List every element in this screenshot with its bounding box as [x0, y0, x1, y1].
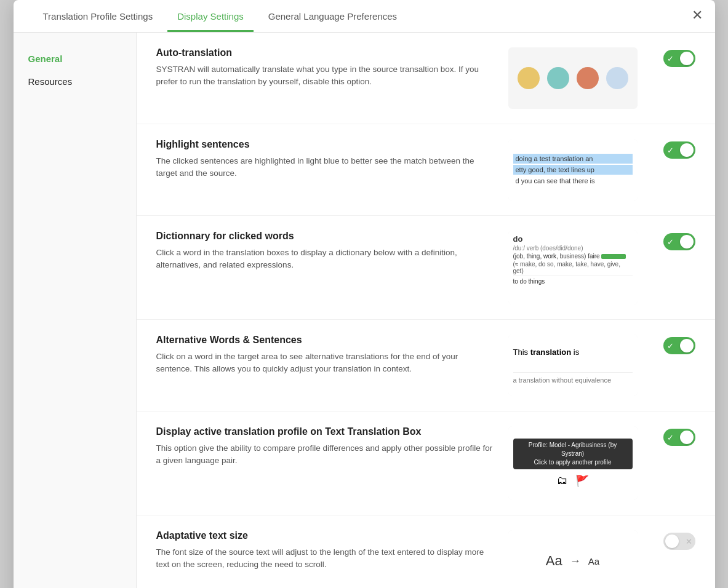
close-button[interactable]: ✕: [692, 9, 703, 22]
preview-highlight-line2: etty good, the text lines up: [513, 165, 633, 175]
dot-2: [547, 67, 569, 89]
setting-text-auto-translation: Auto-translation SYSTRAN will automatica…: [156, 47, 494, 89]
preview-highlight: doing a test translation an etty good, t…: [508, 139, 638, 201]
preview-highlight-content: doing a test translation an etty good, t…: [508, 139, 638, 201]
toggle-col-adaptive: ✕: [652, 530, 695, 550]
setting-title-alternative: Alternative Words & Sentences: [156, 335, 494, 346]
toggle-track-highlight: ✓: [663, 141, 695, 159]
toggle-check-icon-highlight: ✓: [667, 146, 674, 154]
modal-header: Translation Profile Settings Display Set…: [14, 0, 715, 33]
dict-synonyms: (≈ make, do so, make, take, have, give, …: [513, 261, 633, 274]
toggle-check-icon-alternative: ✓: [667, 342, 674, 350]
setting-adaptive-text: Adaptative text size The font size of th…: [137, 515, 715, 588]
settings-modal: Translation Profile Settings Display Set…: [14, 0, 715, 588]
preview-adaptive: Aa → Aa: [508, 530, 638, 588]
preview-adaptive-content: Aa → Aa: [508, 553, 638, 569]
preview-auto-translation: [508, 47, 638, 109]
toggle-track-alternative: ✓: [663, 337, 695, 354]
preview-profile-content: Profile: Model - Agribusiness (by Systra…: [508, 426, 638, 500]
dict-phrase: to do things: [513, 276, 633, 285]
setting-title-dictionary: Dictionnary for clicked words: [156, 231, 494, 242]
preview-profile-tooltip: Profile: Model - Agribusiness (by Systra…: [513, 439, 633, 469]
toggle-col-alternative: ✓: [652, 335, 695, 354]
setting-desc-adaptive: The font size of the source text will ad…: [156, 546, 494, 571]
flag-icon: 🚩: [575, 474, 589, 488]
preview-dots: [518, 67, 628, 89]
toggle-thumb-adaptive: [665, 534, 679, 548]
preview-alt-content: This translation is a translation withou…: [508, 335, 638, 396]
tab-translation-profile[interactable]: Translation Profile Settings: [33, 0, 163, 32]
toggle-thumb-profile: [680, 431, 694, 444]
setting-desc-alternative: Click on a word in the target area to se…: [156, 351, 494, 376]
tab-display-settings[interactable]: Display Settings: [167, 0, 254, 32]
toggle-track-auto-translation: ✓: [663, 50, 695, 67]
toggle-track-dictionary: ✓: [663, 233, 695, 250]
toggle-auto-translation[interactable]: ✓: [663, 50, 695, 67]
toggle-check-icon: ✓: [667, 55, 674, 63]
setting-desc-auto-translation: SYSTRAN will automatically translate wha…: [156, 63, 494, 89]
toggle-track-adaptive: ✕: [663, 533, 695, 550]
toggle-alternative[interactable]: ✓: [663, 337, 695, 354]
setting-text-profile: Display active translation profile on Te…: [156, 426, 494, 467]
setting-desc-dictionary: Click a word in the translation boxes to…: [156, 247, 494, 272]
preview-highlight-line1: doing a test translation an: [513, 154, 633, 164]
setting-desc-profile: This option give the ability to compare …: [156, 442, 494, 467]
toggle-thumb: [680, 52, 694, 65]
toggle-check-icon-dictionary: ✓: [667, 238, 674, 246]
preview-highlight-line3: d you can see that there is: [513, 176, 633, 186]
toggle-profile[interactable]: ✓: [663, 429, 695, 446]
setting-highlight-sentences: Highlight sentences The clicked sentence…: [137, 124, 715, 216]
preview-alt-bottom: a translation without equivalence: [513, 372, 633, 384]
toggle-thumb-dictionary: [680, 235, 694, 248]
setting-title-profile: Display active translation profile on Te…: [156, 426, 494, 437]
toggle-col-dictionary: ✓: [652, 231, 695, 250]
toggle-x-icon: ✕: [686, 537, 692, 546]
preview-alt-top: This translation is: [513, 348, 633, 357]
preview-alternative: This translation is a translation withou…: [508, 335, 638, 396]
settings-content: Auto-translation SYSTRAN will automatica…: [137, 33, 715, 588]
dict-bar: [601, 254, 626, 259]
setting-text-highlight: Highlight sentences The clicked sentence…: [156, 139, 494, 180]
preview-profile-icons: 🗂 🚩: [557, 474, 589, 488]
dict-examples: (job, thing, work, business) faire: [513, 253, 633, 260]
preview-adaptive-wrap: Aa → Aa: [508, 530, 638, 588]
setting-auto-translation: Auto-translation SYSTRAN will automatica…: [137, 33, 715, 124]
setting-title-auto-translation: Auto-translation: [156, 47, 494, 58]
toggle-col-highlight: ✓: [652, 139, 695, 159]
sidebar: General Resources: [14, 33, 137, 588]
toggle-col-auto-translation: ✓: [652, 47, 695, 67]
preview-profile: Profile: Model - Agribusiness (by Systra…: [508, 426, 638, 500]
toggle-adaptive[interactable]: ✕: [663, 533, 695, 550]
toggle-check-icon-profile: ✓: [667, 434, 674, 442]
dict-examples-text: (job, thing, work, business) faire: [513, 253, 600, 260]
toggle-track-profile: ✓: [663, 429, 695, 446]
setting-text-adaptive: Adaptative text size The font size of th…: [156, 530, 494, 571]
toggle-col-profile: ✓: [652, 426, 695, 446]
dot-4: [606, 67, 628, 89]
preview-dict-content: do /du:/ verb (does/did/done) (job, thin…: [508, 231, 638, 304]
setting-title-adaptive: Adaptative text size: [156, 530, 494, 541]
toggle-highlight[interactable]: ✓: [663, 141, 695, 159]
tab-general-language[interactable]: General Language Preferences: [258, 0, 407, 32]
toggle-dictionary[interactable]: ✓: [663, 233, 695, 250]
setting-display-profile: Display active translation profile on Te…: [137, 411, 715, 515]
sidebar-item-resources[interactable]: Resources: [14, 70, 136, 93]
preview-dictionary: do /du:/ verb (does/did/done) (job, thin…: [508, 231, 638, 304]
setting-desc-highlight: The clicked sentences are highlighted in…: [156, 155, 494, 180]
adaptive-arrow-icon: →: [570, 555, 581, 568]
dict-phonetic: /du:/ verb (does/did/done): [513, 245, 633, 252]
layers-icon: 🗂: [557, 474, 568, 488]
sidebar-item-general[interactable]: General: [14, 47, 136, 70]
setting-title-highlight: Highlight sentences: [156, 139, 494, 150]
dot-3: [577, 67, 599, 89]
modal-body: General Resources Auto-translation SYSTR…: [14, 33, 715, 588]
adaptive-small-text: Aa: [588, 556, 599, 566]
setting-dictionary: Dictionnary for clicked words Click a wo…: [137, 216, 715, 320]
toggle-thumb-highlight: [680, 143, 694, 157]
tooltip-line1: Profile: Model - Agribusiness (by Systra…: [518, 441, 628, 458]
toggle-thumb-alternative: [680, 339, 694, 352]
dict-word: do: [513, 234, 633, 244]
setting-text-dictionary: Dictionnary for clicked words Click a wo…: [156, 231, 494, 272]
setting-alternative: Alternative Words & Sentences Click on a…: [137, 320, 715, 411]
setting-text-alternative: Alternative Words & Sentences Click on a…: [156, 335, 494, 376]
